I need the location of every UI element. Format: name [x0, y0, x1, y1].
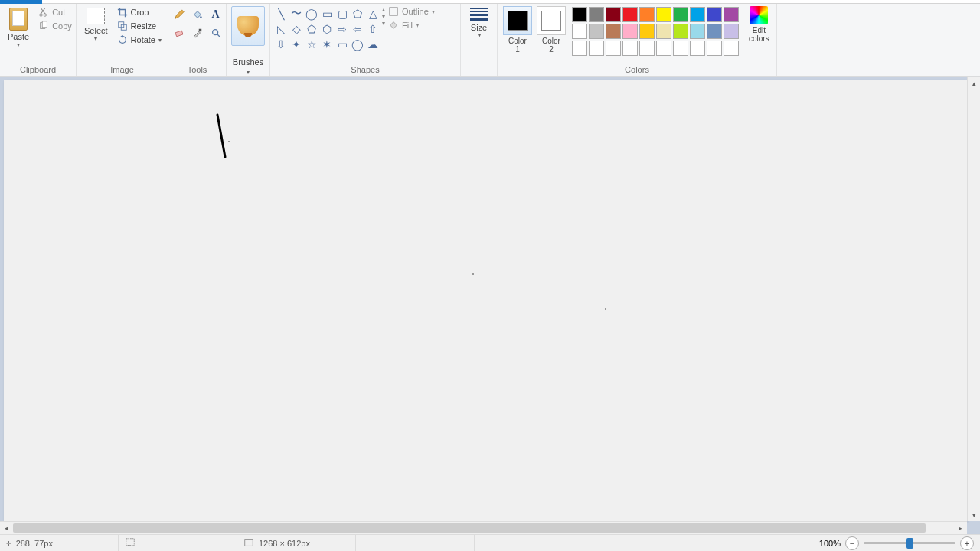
ribbon: Paste ▾ Cut Copy Clipboard: [0, 4, 980, 77]
palette-color[interactable]: [589, 41, 604, 56]
brushes-button[interactable]: [231, 6, 265, 46]
shape-star4[interactable]: ✦: [289, 37, 304, 52]
svg-point-9: [212, 30, 217, 35]
shape-triangle[interactable]: △: [365, 6, 381, 21]
tool-grid: A: [171, 6, 224, 41]
shape-hexagon[interactable]: ⬡: [319, 21, 335, 37]
scroll-up-icon[interactable]: ▴: [968, 77, 980, 90]
palette-color[interactable]: [606, 24, 621, 39]
size-icon: [470, 8, 488, 21]
shape-star6[interactable]: ✶: [319, 37, 335, 52]
gallery-scroll-down[interactable]: ▾: [382, 13, 385, 20]
shape-arrow-up[interactable]: ⇧: [365, 21, 381, 37]
palette-color[interactable]: [724, 41, 739, 56]
zoom-thumb[interactable]: [906, 538, 913, 549]
shape-line[interactable]: ╲: [273, 6, 289, 21]
copy-button[interactable]: Copy: [35, 20, 75, 32]
palette-color[interactable]: [673, 7, 688, 22]
shape-diamond[interactable]: ◇: [289, 21, 304, 37]
color-picker-tool[interactable]: [189, 24, 206, 41]
palette-color[interactable]: [639, 41, 655, 56]
shape-arrow-left[interactable]: ⇦: [350, 21, 365, 37]
shape-roundrect[interactable]: ▢: [335, 6, 350, 21]
shape-curve[interactable]: 〜: [289, 6, 304, 21]
paste-button[interactable]: Paste ▾: [3, 6, 34, 50]
shape-rect[interactable]: ▭: [319, 6, 335, 21]
group-shapes: ╲ 〜 ◯ ▭ ▢ ⬠ △ ◺ ◇ ⬠ ⬡ ⇨ ⇦ ⇧ ⇩ ✦ ☆ ✶ ▭ ◯: [270, 4, 461, 76]
palette-color[interactable]: [707, 24, 722, 39]
shape-pentagon[interactable]: ⬠: [304, 21, 319, 37]
shape-callout-rect[interactable]: ▭: [335, 37, 350, 52]
shape-outline-button[interactable]: Outline ▾: [388, 6, 435, 17]
eraser-tool[interactable]: [171, 24, 188, 41]
vertical-scrollbar[interactable]: ▴ ▾: [967, 77, 980, 521]
cut-button[interactable]: Cut: [35, 6, 75, 18]
statusbar: ✛ 288, 77px 1268 × 612px 100% − +: [0, 534, 980, 551]
scroll-left-icon[interactable]: ◂: [0, 522, 13, 534]
palette-color[interactable]: [724, 24, 739, 39]
size-button[interactable]: Size ▾: [466, 6, 493, 41]
palette-color[interactable]: [572, 41, 587, 56]
fill-icon: [388, 20, 399, 31]
palette-color[interactable]: [673, 41, 688, 56]
pencil-tool[interactable]: [171, 6, 188, 23]
palette-color[interactable]: [656, 24, 671, 39]
palette-color[interactable]: [690, 24, 705, 39]
shape-callout-oval[interactable]: ◯: [350, 37, 365, 52]
palette-color[interactable]: [707, 7, 722, 22]
scroll-down-icon[interactable]: ▾: [968, 508, 980, 521]
shape-oval[interactable]: ◯: [304, 6, 319, 21]
palette-color[interactable]: [707, 41, 722, 56]
gallery-scroll-up[interactable]: ▴: [382, 6, 385, 13]
palette-color[interactable]: [622, 41, 638, 56]
magnifier-tool[interactable]: [207, 24, 224, 41]
shape-fill-button[interactable]: Fill ▾: [388, 20, 435, 31]
zoom-slider[interactable]: [864, 542, 956, 544]
palette-color[interactable]: [622, 7, 638, 22]
resize-button[interactable]: Resize: [114, 20, 165, 32]
palette-color[interactable]: [690, 7, 705, 22]
rotate-button[interactable]: Rotate ▾: [114, 34, 165, 46]
horizontal-scrollbar[interactable]: ◂ ▸: [0, 521, 967, 534]
palette-color[interactable]: [690, 41, 705, 56]
scroll-right-icon[interactable]: ▸: [954, 522, 967, 534]
svg-point-14: [605, 308, 606, 309]
shape-star5[interactable]: ☆: [304, 37, 319, 52]
palette-color[interactable]: [639, 24, 655, 39]
palette-color[interactable]: [622, 24, 638, 39]
color1-button[interactable]: [503, 6, 532, 35]
fill-tool[interactable]: [189, 6, 206, 23]
zoom-percent: 100%: [819, 539, 841, 548]
outline-label: Outline: [402, 7, 429, 16]
shape-right-triangle[interactable]: ◺: [273, 21, 289, 37]
scroll-track[interactable]: [13, 522, 954, 534]
canvas[interactable]: [4, 80, 967, 521]
palette-color[interactable]: [673, 24, 688, 39]
palette-color[interactable]: [606, 41, 621, 56]
group-label-colors: Colors: [501, 64, 773, 76]
shape-gallery[interactable]: ╲ 〜 ◯ ▭ ▢ ⬠ △ ◺ ◇ ⬠ ⬡ ⇨ ⇦ ⇧ ⇩ ✦ ☆ ✶ ▭ ◯: [273, 6, 381, 52]
palette-color[interactable]: [589, 7, 604, 22]
select-button[interactable]: Select ▾: [80, 6, 113, 44]
shape-arrow-down[interactable]: ⇩: [273, 37, 289, 52]
palette-color[interactable]: [724, 7, 739, 22]
gallery-expand[interactable]: ▾: [382, 20, 385, 27]
palette-color[interactable]: [589, 24, 604, 39]
text-tool[interactable]: A: [207, 6, 224, 23]
edit-colors-button[interactable]: Edit colors: [744, 6, 774, 44]
crop-button[interactable]: Crop: [114, 6, 165, 18]
palette-color[interactable]: [656, 7, 671, 22]
palette-color[interactable]: [606, 7, 621, 22]
shape-arrow-right[interactable]: ⇨: [335, 21, 350, 37]
shape-callout-cloud[interactable]: ☁: [365, 37, 381, 52]
zoom-out-button[interactable]: −: [845, 536, 859, 550]
palette-color[interactable]: [572, 24, 587, 39]
color2-button[interactable]: [537, 6, 566, 35]
palette-color[interactable]: [656, 41, 671, 56]
palette-color[interactable]: [572, 7, 587, 22]
zoom-in-button[interactable]: +: [960, 536, 974, 550]
palette-color[interactable]: [639, 7, 655, 22]
scroll-thumb[interactable]: [13, 523, 926, 533]
fill-label: Fill: [402, 21, 413, 30]
shape-polygon[interactable]: ⬠: [350, 6, 365, 21]
